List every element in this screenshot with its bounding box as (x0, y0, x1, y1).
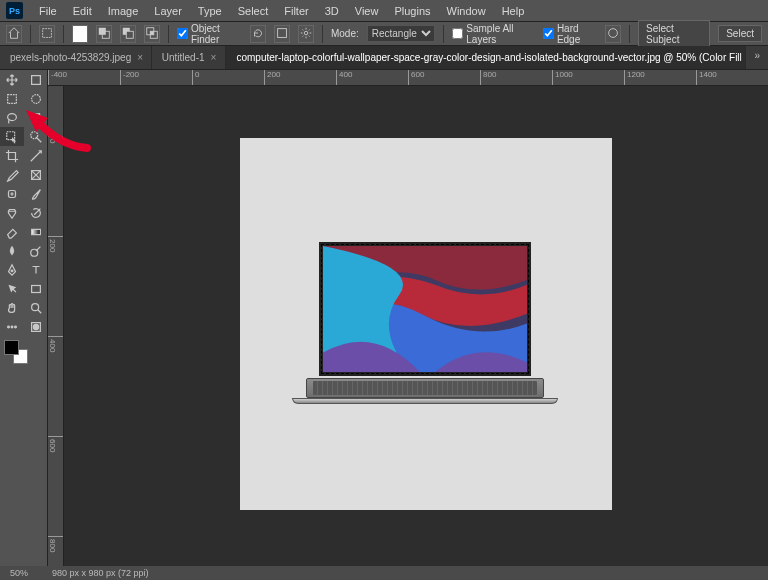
tab-doc-2[interactable]: computer-laptop-colorful-wallpaper-space… (226, 46, 746, 69)
frame-tool-icon[interactable] (24, 165, 48, 184)
tabs-overflow-icon[interactable]: » (746, 46, 768, 69)
svg-rect-4 (126, 32, 133, 39)
svg-point-23 (32, 303, 39, 310)
tab-doc-1[interactable]: Untitled-1× (152, 46, 227, 69)
tab-doc-0[interactable]: pexels-photo-4253829.jpeg× (0, 46, 152, 69)
wallpaper (323, 246, 527, 372)
menu-edit[interactable]: Edit (65, 3, 100, 19)
brush-tool-icon[interactable] (24, 184, 48, 203)
svg-rect-19 (32, 229, 41, 234)
brush-icon[interactable] (605, 25, 621, 43)
type-tool-icon[interactable] (24, 260, 48, 279)
marquee-tool-icon[interactable] (0, 89, 24, 108)
eraser-tool-icon[interactable] (0, 222, 24, 241)
ruler-tick: 400 (48, 336, 63, 352)
menu-help[interactable]: Help (494, 3, 533, 19)
divider (168, 25, 169, 43)
home-icon[interactable] (6, 25, 22, 43)
status-bar: 50% 980 px x 980 px (72 ppi) (0, 566, 768, 580)
svg-point-24 (8, 326, 10, 328)
menu-image[interactable]: Image (100, 3, 147, 19)
ruler-tick: 400 (336, 70, 352, 85)
history-brush-icon[interactable] (24, 203, 48, 222)
ruler-tick: 0 (48, 136, 63, 143)
svg-rect-12 (8, 94, 17, 103)
ruler-tick: 800 (48, 536, 63, 552)
sample-all-layers-toggle[interactable]: Sample All Layers (452, 23, 535, 45)
eyedropper-tool-icon[interactable] (0, 165, 24, 184)
mode-select[interactable]: Rectangle (367, 25, 436, 42)
app-logo: Ps (6, 2, 23, 19)
zoom-level[interactable]: 50% (10, 568, 28, 578)
new-sel-icon[interactable] (72, 25, 88, 43)
hand-tool-icon[interactable] (0, 298, 24, 317)
clone-stamp-icon[interactable] (0, 203, 24, 222)
foreground-color[interactable] (4, 340, 19, 355)
sub-sel-icon[interactable] (120, 25, 136, 43)
healing-brush-icon[interactable] (0, 184, 24, 203)
quick-select-icon[interactable] (24, 127, 48, 146)
poly-lasso-icon[interactable] (24, 108, 48, 127)
ruler-tick: 0 (192, 70, 199, 85)
dodge-tool-icon[interactable] (24, 241, 48, 260)
laptop-screen (319, 242, 531, 376)
toggle-mask-icon[interactable] (24, 317, 48, 336)
settings-icon[interactable] (298, 25, 314, 43)
artboard-tool-icon[interactable] (24, 70, 48, 89)
add-sel-icon[interactable] (96, 25, 112, 43)
menu-select[interactable]: Select (230, 3, 277, 19)
svg-rect-11 (32, 75, 41, 84)
horizontal-ruler: -400-2000200400600800100012001400 (48, 70, 768, 86)
object-finder-toggle[interactable]: Object Finder (177, 23, 242, 45)
hard-edge-toggle[interactable]: Hard Edge (543, 23, 597, 45)
blur-tool-icon[interactable] (0, 241, 24, 260)
zoom-tool-icon[interactable] (24, 298, 48, 317)
divider (443, 25, 444, 43)
edit-toolbar-icon[interactable] (0, 317, 24, 336)
menu-window[interactable]: Window (439, 3, 494, 19)
menu-filter[interactable]: Filter (276, 3, 316, 19)
move-tool-icon[interactable] (0, 70, 24, 89)
document-canvas[interactable] (240, 138, 612, 510)
ruler-tick: 1400 (696, 70, 717, 85)
int-sel-icon[interactable] (144, 25, 160, 43)
menu-file[interactable]: File (31, 3, 65, 19)
overlay-icon[interactable] (274, 25, 290, 43)
svg-point-13 (32, 94, 41, 103)
svg-rect-8 (278, 29, 287, 38)
svg-point-21 (11, 270, 13, 272)
color-swatches[interactable] (4, 340, 28, 364)
gradient-tool-icon[interactable] (24, 222, 48, 241)
menu-view[interactable]: View (347, 3, 387, 19)
object-select-tool-icon[interactable] (0, 127, 24, 146)
rectangle-tool-icon[interactable] (24, 279, 48, 298)
svg-rect-7 (150, 32, 154, 36)
pen-tool-icon[interactable] (0, 260, 24, 279)
ruler-tick: -400 (48, 70, 67, 85)
toolbox (0, 70, 48, 566)
vertical-ruler: 0200400600800 (48, 86, 64, 566)
select-mask-button[interactable]: Select (718, 25, 762, 42)
close-icon[interactable]: × (211, 52, 217, 63)
menu-3d[interactable]: 3D (317, 3, 347, 19)
ruler-tick: 1000 (552, 70, 573, 85)
ellipse-marquee-icon[interactable] (24, 89, 48, 108)
tool-preset-icon[interactable] (39, 25, 55, 43)
crop-tool-icon[interactable] (0, 146, 24, 165)
doc-dimensions: 980 px x 980 px (72 ppi) (52, 568, 149, 578)
menu-type[interactable]: Type (190, 3, 230, 19)
canvas-area[interactable] (64, 86, 768, 566)
svg-point-26 (15, 326, 17, 328)
lasso-tool-icon[interactable] (0, 108, 24, 127)
refresh-icon[interactable] (250, 25, 266, 43)
select-subject-button[interactable]: Select Subject (638, 20, 710, 48)
path-select-icon[interactable] (0, 279, 24, 298)
divider (63, 25, 64, 43)
close-icon[interactable]: × (137, 52, 143, 63)
menu-layer[interactable]: Layer (146, 3, 190, 19)
slice-tool-icon[interactable] (24, 146, 48, 165)
options-bar: Object Finder Mode: Rectangle Sample All… (0, 22, 768, 46)
menu-plugins[interactable]: Plugins (386, 3, 438, 19)
ruler-tick: 200 (264, 70, 280, 85)
divider (322, 25, 323, 43)
